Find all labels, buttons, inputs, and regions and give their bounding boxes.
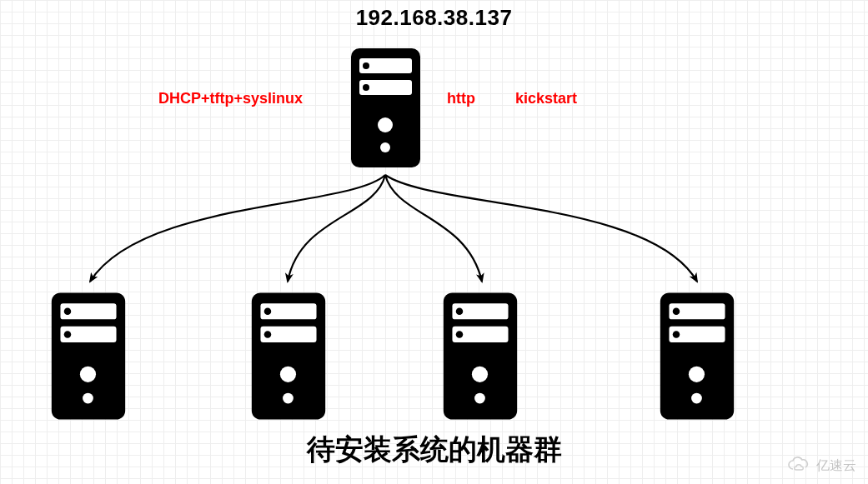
svg-point-25 bbox=[456, 331, 464, 338]
svg-point-11 bbox=[64, 331, 72, 338]
label-http: http bbox=[447, 90, 475, 107]
client-server-4-icon bbox=[655, 287, 740, 428]
watermark-text: 亿速云 bbox=[816, 457, 856, 475]
svg-point-12 bbox=[80, 367, 96, 382]
svg-point-32 bbox=[673, 331, 680, 338]
cloud-icon bbox=[786, 456, 811, 476]
label-dhcp-tftp-syslinux: DHCP+tftp+syslinux bbox=[158, 90, 303, 107]
svg-point-6 bbox=[380, 142, 390, 152]
watermark: 亿速云 bbox=[786, 456, 856, 476]
diagram-canvas: 192.168.38.137 DHCP+tftp+syslinux http k… bbox=[0, 0, 868, 484]
svg-point-27 bbox=[474, 393, 485, 404]
svg-point-9 bbox=[64, 307, 72, 315]
svg-point-20 bbox=[283, 393, 294, 404]
svg-point-5 bbox=[378, 117, 393, 132]
label-kickstart: kickstart bbox=[515, 90, 577, 107]
svg-point-4 bbox=[363, 84, 369, 91]
svg-point-33 bbox=[689, 367, 705, 382]
master-server-icon bbox=[346, 43, 425, 176]
client-server-1-icon bbox=[46, 287, 131, 428]
svg-point-34 bbox=[691, 393, 702, 404]
server-ip-label: 192.168.38.137 bbox=[0, 5, 868, 31]
svg-point-19 bbox=[280, 367, 296, 382]
svg-point-26 bbox=[472, 367, 488, 382]
client-server-2-icon bbox=[246, 287, 331, 428]
svg-point-16 bbox=[264, 307, 272, 315]
client-server-3-icon bbox=[438, 287, 523, 428]
svg-point-18 bbox=[264, 331, 272, 338]
svg-point-30 bbox=[673, 307, 680, 315]
svg-point-13 bbox=[83, 393, 93, 404]
svg-point-23 bbox=[456, 307, 464, 315]
svg-point-2 bbox=[363, 62, 369, 69]
clients-caption: 待安装系统的机器群 bbox=[0, 431, 868, 469]
